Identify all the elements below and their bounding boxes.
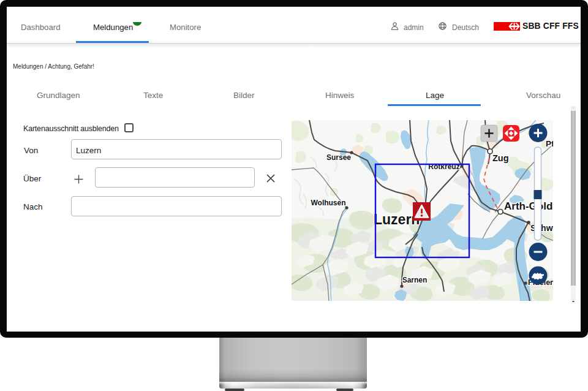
svg-text:Schwyz: Schwyz xyxy=(530,223,553,233)
svg-text:Sarnen: Sarnen xyxy=(402,276,428,284)
svg-text:Zug: Zug xyxy=(492,153,509,163)
svg-text:Arth-Goldau: Arth-Goldau xyxy=(504,200,553,212)
svg-text:Pfäffikon: Pfäffikon xyxy=(546,139,553,148)
svg-text:Sursee: Sursee xyxy=(326,153,351,162)
svg-text:Wolhusen: Wolhusen xyxy=(311,199,345,207)
